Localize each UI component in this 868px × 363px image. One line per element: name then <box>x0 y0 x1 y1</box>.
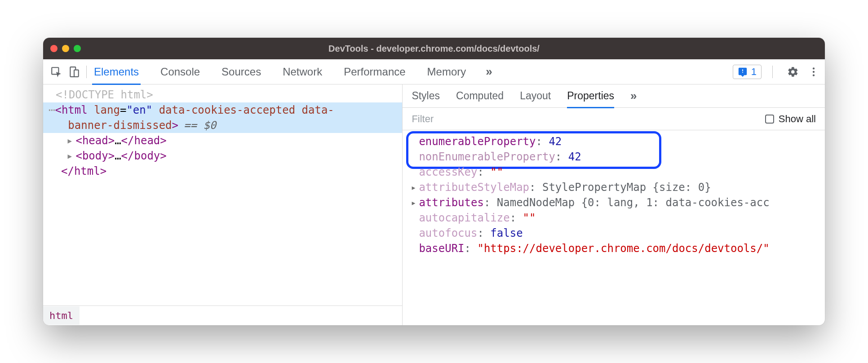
tab-console[interactable]: Console <box>159 59 202 84</box>
tab-properties[interactable]: Properties <box>567 84 614 108</box>
tab-performance[interactable]: Performance <box>342 59 407 84</box>
property-row[interactable]: autocapitalize: "" <box>411 210 825 226</box>
issues-badge[interactable]: 1 <box>733 65 762 79</box>
sidebar-panel: Styles Computed Layout Properties » Show… <box>403 84 825 325</box>
tab-network[interactable]: Network <box>281 59 324 84</box>
window-controls <box>50 45 81 52</box>
tab-sources[interactable]: Sources <box>220 59 263 84</box>
dom-tag-close-bracket: > <box>172 119 178 132</box>
tab-styles[interactable]: Styles <box>412 84 440 108</box>
breadcrumb-bar: html <box>43 305 402 325</box>
window-titlebar: DevTools - developer.chrome.com/docs/dev… <box>43 38 825 59</box>
show-all-checkbox[interactable] <box>765 115 774 124</box>
show-all-toggle[interactable]: Show all <box>765 113 816 125</box>
property-value: NamedNodeMap {0: lang, 1: data-cookies-a… <box>497 196 770 209</box>
property-key: attributes <box>419 196 484 209</box>
toolbar-separator <box>86 66 87 78</box>
show-all-label: Show all <box>779 113 816 125</box>
svg-point-5 <box>813 74 815 76</box>
property-value: "" <box>490 166 503 178</box>
property-key: nonEnumerableProperty <box>419 151 555 163</box>
toolbar-separator <box>772 66 773 78</box>
window-close-button[interactable] <box>50 45 58 52</box>
elements-panel: <!DOCTYPE html> ⋯<html lang="en" data-co… <box>43 84 403 325</box>
property-row[interactable]: attributeStyleMap: StylePropertyMap {siz… <box>411 180 825 195</box>
dom-attr-banner-dismissed: banner-dismissed <box>68 119 172 132</box>
issues-count: 1 <box>751 66 757 78</box>
property-value: StylePropertyMap {size: 0} <box>542 181 711 194</box>
selected-node-marker: == $0 <box>178 119 216 132</box>
dom-html-close[interactable]: </html> <box>43 164 402 179</box>
kebab-menu-icon[interactable] <box>808 66 819 78</box>
main-toolbar: Elements Console Sources Network Perform… <box>43 59 825 84</box>
tab-memory[interactable]: Memory <box>425 59 468 84</box>
property-key: accessKey <box>419 166 477 178</box>
expand-toggle-icon[interactable]: ▸ <box>66 134 73 147</box>
property-row[interactable]: enumerableProperty: 42 <box>411 134 825 149</box>
properties-list[interactable]: enumerableProperty: 42 nonEnumerableProp… <box>403 130 825 325</box>
devtools-window: DevTools - developer.chrome.com/docs/dev… <box>43 38 825 325</box>
property-row[interactable]: attributes: NamedNodeMap {0: lang, 1: da… <box>411 195 825 210</box>
property-row[interactable]: accessKey: "" <box>411 164 825 180</box>
property-key: baseURI <box>419 242 464 255</box>
svg-rect-2 <box>74 70 79 76</box>
expand-toggle-icon[interactable]: ▸ <box>66 150 73 162</box>
window-title: DevTools - developer.chrome.com/docs/dev… <box>43 44 825 54</box>
window-maximize-button[interactable] <box>74 45 81 52</box>
dom-tree[interactable]: <!DOCTYPE html> ⋯<html lang="en" data-co… <box>43 84 402 305</box>
property-key: autocapitalize <box>419 212 509 224</box>
property-row[interactable]: autofocus: false <box>411 226 825 241</box>
more-panes-icon[interactable]: » <box>630 89 635 103</box>
property-value: false <box>490 227 523 239</box>
window-minimize-button[interactable] <box>62 45 69 52</box>
property-value: 42 <box>568 151 581 163</box>
properties-filter-input[interactable] <box>412 113 765 125</box>
main-panel-tabs: Elements Console Sources Network Perform… <box>92 59 491 84</box>
dom-head[interactable]: ▸<head>…</head> <box>43 133 402 148</box>
settings-gear-icon[interactable] <box>787 66 799 78</box>
property-value: "https://developer.chrome.com/docs/devto… <box>477 242 769 255</box>
tab-computed[interactable]: Computed <box>456 84 504 108</box>
dom-body[interactable]: ▸<body>…</body> <box>43 148 402 164</box>
dom-doctype[interactable]: <!DOCTYPE html> <box>43 87 402 102</box>
tab-layout[interactable]: Layout <box>520 84 551 108</box>
property-row[interactable]: nonEnumerableProperty: 42 <box>411 149 825 164</box>
property-value: "" <box>523 212 536 224</box>
sidebar-pane-tabs: Styles Computed Layout Properties » <box>403 84 825 108</box>
panel-body: <!DOCTYPE html> ⋯<html lang="en" data-co… <box>43 84 825 325</box>
svg-point-3 <box>813 67 815 69</box>
hidden-nodes-indicator: ⋯ <box>49 104 55 116</box>
property-value: 42 <box>549 135 562 148</box>
property-key: autofocus <box>419 227 477 239</box>
property-key: enumerableProperty <box>419 135 536 148</box>
device-toolbar-icon[interactable] <box>66 64 82 80</box>
tab-elements[interactable]: Elements <box>92 59 141 84</box>
dom-html-open[interactable]: ⋯<html lang="en" data-cookies-accepted d… <box>43 102 402 133</box>
svg-point-4 <box>813 71 815 72</box>
more-tabs-icon[interactable]: » <box>486 65 491 79</box>
properties-filter-row: Show all <box>403 108 825 130</box>
property-row[interactable]: baseURI: "https://developer.chrome.com/d… <box>411 241 825 256</box>
property-key: attributeStyleMap <box>419 181 529 194</box>
inspect-element-icon[interactable] <box>49 64 64 80</box>
breadcrumb-item-html[interactable]: html <box>43 306 80 325</box>
